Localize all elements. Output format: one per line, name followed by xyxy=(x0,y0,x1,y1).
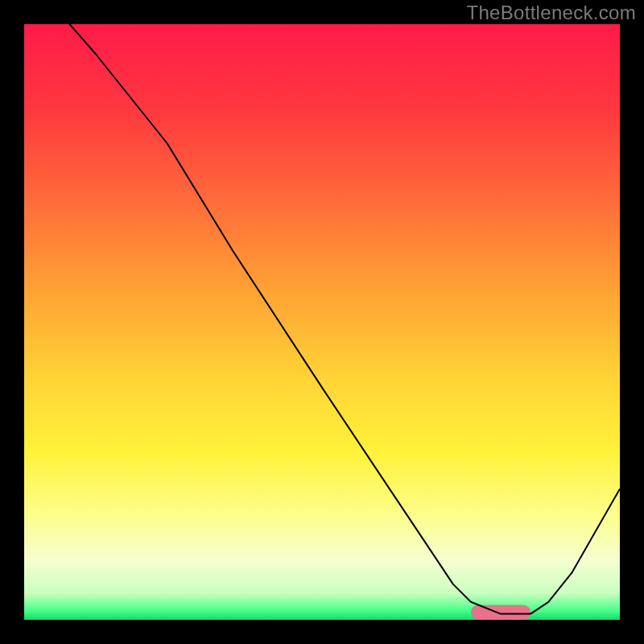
watermark-text: TheBottleneck.com xyxy=(466,2,636,24)
plot-area xyxy=(24,24,620,620)
chart-frame: TheBottleneck.com xyxy=(0,0,644,644)
chart-svg xyxy=(24,24,620,620)
gradient-background xyxy=(24,24,620,620)
optimal-bar xyxy=(471,605,530,620)
